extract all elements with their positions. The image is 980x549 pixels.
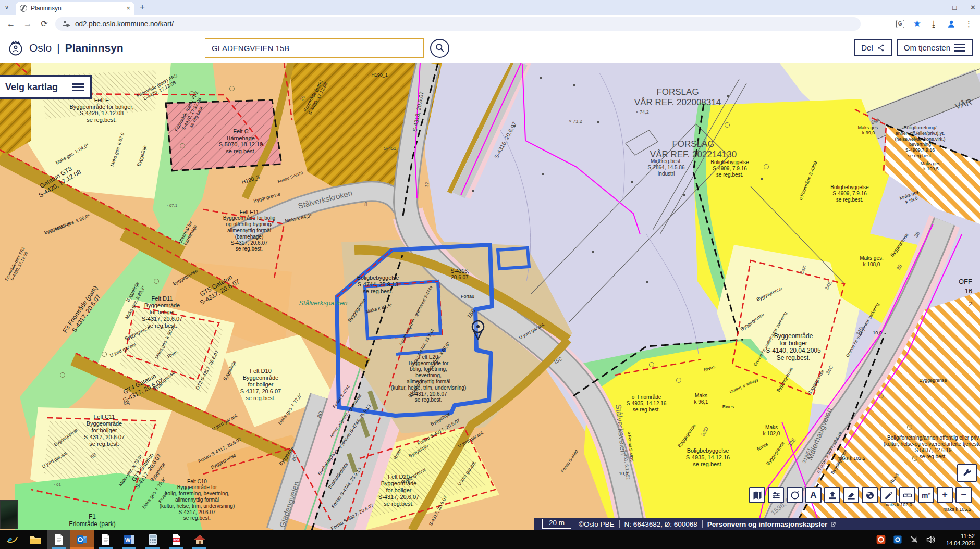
zoom-out-button[interactable]: − bbox=[956, 487, 972, 503]
zoom-in-button[interactable]: + bbox=[937, 487, 953, 503]
map-label: Rives bbox=[722, 404, 734, 409]
map-label: × 73,2 bbox=[569, 119, 582, 124]
layers-settings-button[interactable] bbox=[768, 487, 784, 503]
search-button[interactable] bbox=[430, 39, 449, 58]
map-toolbar: A bbox=[749, 487, 972, 503]
upload-icon bbox=[827, 490, 838, 501]
profile-avatar-icon[interactable] bbox=[947, 19, 956, 29]
map-area: Felt EByggeområde for boliger,S-4420, 17… bbox=[0, 63, 980, 530]
map-label: 10,0 bbox=[619, 471, 628, 476]
share-icon bbox=[877, 44, 885, 52]
site-settings-icon[interactable] bbox=[63, 21, 70, 27]
word-icon: W bbox=[123, 533, 136, 546]
minimap-thumbnail[interactable] bbox=[0, 500, 18, 529]
house-icon bbox=[193, 533, 206, 546]
tray-record-icon[interactable] bbox=[876, 534, 886, 545]
map-label: BoligbebyggelseS-4744, 25.9.13se reg.bes… bbox=[357, 274, 399, 294]
taskbar-outlook[interactable] bbox=[70, 530, 94, 549]
export-button[interactable] bbox=[824, 487, 840, 503]
pdf-icon: PDF bbox=[170, 533, 182, 546]
tab-search-chevron-icon[interactable]: ∨ bbox=[0, 4, 14, 11]
clock-time: 11:52 bbox=[942, 532, 975, 540]
menu-icon bbox=[954, 44, 965, 52]
map-label: Maksk 96,1 bbox=[694, 393, 708, 405]
brand-app-name: Planinnsyn bbox=[65, 42, 124, 54]
layers-menu-icon bbox=[72, 83, 84, 91]
share-button[interactable]: Del bbox=[854, 39, 892, 56]
map-label: 8 bbox=[364, 201, 368, 207]
taskbar-home-app[interactable] bbox=[188, 530, 211, 549]
map-label: S-4316,20.6.07 bbox=[450, 268, 469, 280]
forward-icon[interactable]: → bbox=[22, 19, 33, 29]
browser-menu-icon[interactable]: ⋮ bbox=[965, 19, 973, 29]
document-icon bbox=[100, 533, 112, 546]
document-icon bbox=[53, 533, 65, 546]
map-label: Fortau bbox=[461, 294, 474, 299]
taskbar-internet-explorer[interactable]: e bbox=[0, 530, 23, 549]
new-tab-button[interactable]: + bbox=[140, 2, 145, 13]
map-label: Maks ges.k 109,5 bbox=[920, 161, 941, 172]
app-header: Oslo | Planinnsyn Del Om tjenesten bbox=[0, 33, 980, 63]
map-label: Maksk 102,0 bbox=[763, 425, 780, 436]
taskbar-clock[interactable]: 11:52 14.04.2025 bbox=[942, 532, 975, 547]
outlook-icon bbox=[76, 533, 89, 546]
window-minimize-button[interactable]: — bbox=[932, 4, 939, 11]
window-maximize-button[interactable]: □ bbox=[952, 4, 957, 11]
area-label: m² bbox=[922, 491, 930, 500]
taskbar-adobe-pdf[interactable]: PDF bbox=[164, 530, 188, 549]
taskbar-notepad-1[interactable] bbox=[47, 530, 70, 549]
taskbar-word[interactable]: W bbox=[117, 530, 141, 549]
text-tool-button[interactable]: A bbox=[805, 487, 822, 503]
svg-text:e: e bbox=[8, 534, 13, 545]
map-label: · 61 bbox=[54, 482, 61, 487]
map-label: H190_1 bbox=[371, 72, 388, 78]
window-close-button[interactable]: ✕ bbox=[970, 4, 976, 11]
network-status-icon[interactable] bbox=[909, 534, 920, 545]
back-icon[interactable]: ← bbox=[5, 19, 17, 29]
map-label: 16 bbox=[965, 287, 972, 295]
map-canvas[interactable]: Felt EByggeområde for boliger,S-4420, 17… bbox=[0, 63, 980, 530]
taskbar-file-explorer[interactable] bbox=[23, 530, 47, 549]
bookmark-star-icon[interactable]: ★ bbox=[913, 18, 921, 29]
taskbar-notepad-2[interactable] bbox=[94, 530, 117, 549]
map-label: BoligbebyggelseS-4909, 7.9.16se reg.best… bbox=[710, 159, 749, 178]
browser-urlbar: ← → ⟳ od2.pbe.oslo.kommune.no/kart/ G ★ … bbox=[0, 15, 980, 33]
map-label: × 74,2 bbox=[635, 109, 648, 115]
about-service-button[interactable]: Om tjenesten bbox=[897, 39, 973, 56]
search-input[interactable] bbox=[205, 38, 424, 58]
volume-icon[interactable] bbox=[926, 534, 936, 545]
ruler-icon bbox=[902, 490, 913, 501]
brand: Oslo | Planinnsyn bbox=[7, 40, 124, 56]
browser-tab[interactable]: Planinnsyn × bbox=[16, 2, 134, 15]
privacy-link[interactable]: Personvern og informasjonskapsler bbox=[707, 520, 840, 528]
tray-outlook-icon[interactable] bbox=[892, 534, 903, 545]
downloads-icon[interactable]: ⭳ bbox=[930, 19, 938, 28]
map-label: S-451 bbox=[384, 146, 396, 151]
tools-button[interactable] bbox=[957, 464, 977, 482]
url-text: od2.pbe.oslo.kommune.no/kart/ bbox=[75, 20, 174, 28]
circle-tool-icon bbox=[790, 490, 800, 501]
map-label: BoligbebyggelseS-4909, 7.9.16se reg.best… bbox=[830, 184, 869, 203]
globe-button[interactable] bbox=[862, 487, 878, 503]
calculator-icon bbox=[146, 533, 159, 546]
circle-tool-button[interactable] bbox=[787, 487, 803, 503]
taskbar-calculator[interactable] bbox=[141, 530, 164, 549]
folder-icon bbox=[29, 533, 42, 546]
draw-button[interactable] bbox=[880, 487, 897, 503]
pencil-icon bbox=[884, 490, 894, 501]
measure-button[interactable] bbox=[899, 487, 915, 503]
globe-favicon bbox=[20, 5, 27, 12]
layers-panel-button[interactable]: Velg kartlag bbox=[0, 75, 92, 99]
layers-panel-label: Velg kartlag bbox=[5, 82, 58, 93]
basemap-button[interactable] bbox=[749, 487, 765, 503]
tab-close-icon[interactable]: × bbox=[126, 4, 130, 12]
eraser-icon bbox=[846, 490, 856, 501]
translate-icon[interactable]: G bbox=[896, 20, 904, 28]
url-field[interactable]: od2.pbe.oslo.kommune.no/kart/ bbox=[55, 17, 861, 31]
map-statusbar: 20 m ©Oslo PBE N: 6643682, Ø: 600068 Per… bbox=[534, 518, 980, 530]
eraser-button[interactable] bbox=[843, 487, 859, 503]
map-label: maks k 102,5 bbox=[837, 456, 865, 461]
map-label: · 67,1 bbox=[167, 203, 178, 208]
area-button[interactable]: m² bbox=[918, 487, 934, 503]
reload-icon[interactable]: ⟳ bbox=[39, 19, 50, 29]
